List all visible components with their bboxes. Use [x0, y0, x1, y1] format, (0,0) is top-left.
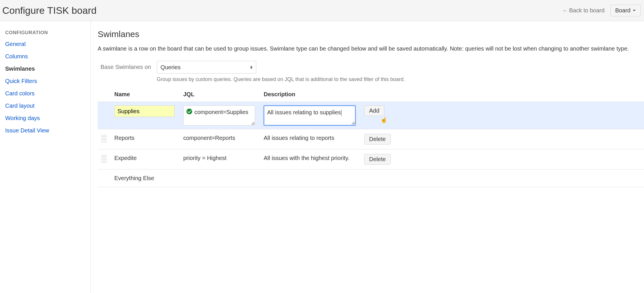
new-swimlane-jql-input[interactable]: component=Supplies — [183, 105, 255, 126]
sidebar: CONFIGURATION General Columns Swimlanes … — [0, 21, 91, 293]
new-swimlane-description-input[interactable]: All issues relating to supplies — [264, 105, 356, 126]
row-description: All issues with the highest priority. — [264, 154, 364, 162]
col-description: Description — [264, 91, 364, 98]
base-swimlanes-help: Group issues by custom queries. Queries … — [157, 76, 405, 82]
row-description: All issues relating to reports — [264, 134, 364, 142]
base-swimlanes-label: Base Swimlanes on — [101, 61, 151, 70]
back-to-board-link[interactable]: ← Back to board — [562, 7, 604, 14]
sidebar-item-quick-filters[interactable]: Quick Filters — [5, 78, 85, 84]
new-swimlane-jql-value: component=Supplies — [194, 108, 248, 116]
table-row: Everything Else — [98, 169, 644, 187]
sidebar-item-columns[interactable]: Columns — [5, 53, 85, 60]
new-swimlane-description-value: All issues relating to supplies — [267, 109, 341, 115]
sidebar-item-issue-detail-view[interactable]: Issue Detail View — [5, 127, 85, 134]
text-cursor-icon — [341, 110, 342, 116]
main-content: Swimlanes A swimlane is a row on the boa… — [91, 21, 644, 293]
add-swimlane-button[interactable]: Add — [364, 105, 384, 116]
arrow-left-icon: ← — [562, 7, 567, 14]
back-to-board-label: Back to board — [569, 7, 604, 14]
section-title: Swimlanes — [98, 29, 644, 39]
sidebar-item-working-days[interactable]: Working days — [5, 115, 85, 122]
base-swimlanes-selected: Queries — [161, 64, 181, 71]
check-circle-icon — [186, 109, 192, 114]
base-swimlanes-select[interactable]: Queries — [157, 61, 256, 74]
row-jql: component=Reports — [183, 134, 264, 142]
delete-swimlane-button[interactable]: Delete — [364, 154, 391, 165]
row-name: Everything Else — [114, 174, 183, 182]
sidebar-heading: CONFIGURATION — [5, 30, 85, 36]
header-actions: ← Back to board Board — [562, 5, 641, 16]
delete-swimlane-button[interactable]: Delete — [364, 134, 391, 144]
table-row-new: component=Supplies All issues relating t… — [98, 102, 644, 129]
table-row: Expedite priority = Highest All issues w… — [98, 149, 644, 169]
swimlanes-table: Name JQL Description component=Supplies — [98, 88, 644, 187]
resize-handle-icon[interactable] — [251, 122, 254, 125]
sidebar-item-card-colors[interactable]: Card colors — [5, 90, 85, 97]
row-name: Expedite — [114, 154, 183, 162]
section-intro: A swimlane is a row on the board that ca… — [98, 44, 644, 53]
drag-handle-icon[interactable] — [101, 134, 107, 142]
table-row: Reports component=Reports All issues rel… — [98, 129, 644, 149]
page-header: Configure TISK board ← Back to board Boa… — [0, 0, 644, 21]
table-header: Name JQL Description — [98, 88, 644, 102]
row-name: Reports — [114, 134, 183, 142]
resize-handle-icon[interactable] — [352, 122, 354, 124]
sidebar-item-general[interactable]: General — [5, 41, 85, 47]
page-title: Configure TISK board — [2, 5, 97, 16]
drag-handle-icon[interactable] — [101, 155, 107, 163]
sidebar-item-card-layout[interactable]: Card layout — [5, 103, 85, 109]
sidebar-item-swimlanes[interactable]: Swimlanes — [5, 65, 85, 72]
board-dropdown-label: Board — [615, 7, 630, 14]
col-name: Name — [114, 91, 183, 98]
col-jql: JQL — [183, 91, 264, 98]
row-jql: priority = Highest — [183, 154, 264, 162]
pointer-cursor-icon: ☝ — [380, 116, 387, 124]
chevron-down-icon — [633, 10, 636, 11]
board-dropdown[interactable]: Board — [610, 5, 641, 16]
new-swimlane-name-input[interactable] — [114, 105, 175, 117]
select-updown-icon — [250, 66, 252, 69]
